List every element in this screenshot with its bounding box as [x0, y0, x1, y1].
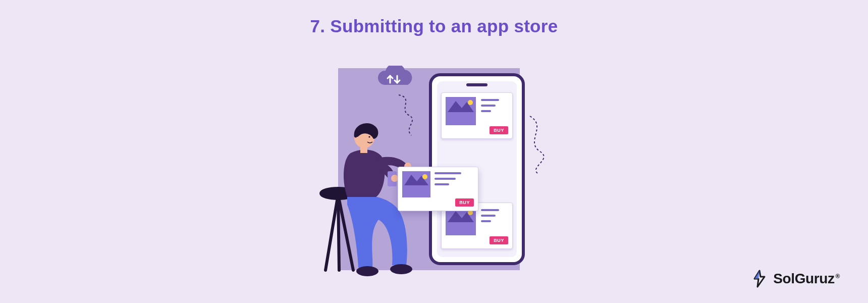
app-card-floating: BUY	[398, 167, 478, 211]
page-title: 7. Submitting to an app store	[310, 16, 558, 36]
svg-marker-1	[448, 101, 474, 112]
svg-point-13	[368, 136, 370, 137]
buy-badge: BUY	[490, 126, 508, 134]
cloud-upload-icon	[373, 66, 419, 96]
app-card: BUY	[441, 92, 513, 139]
image-placeholder-icon	[402, 171, 430, 197]
svg-point-6	[356, 266, 378, 276]
svg-marker-2	[448, 211, 474, 222]
svg-point-12	[356, 137, 360, 141]
illustration: BUY BUY BUY	[318, 53, 550, 280]
buy-badge: BUY	[455, 198, 474, 207]
image-placeholder-icon	[446, 207, 476, 235]
card-text-lines	[481, 209, 507, 226]
swirl-icon	[525, 114, 555, 174]
brand-mark-icon	[751, 270, 769, 288]
svg-marker-3	[404, 175, 428, 185]
buy-badge: BUY	[490, 236, 508, 244]
brand-logo: SolGuruz®	[751, 270, 840, 288]
svg-point-8	[391, 175, 398, 182]
image-placeholder-icon	[446, 97, 476, 125]
svg-point-5	[390, 264, 412, 274]
brand-name: SolGuruz®	[773, 271, 840, 287]
card-text-lines	[435, 172, 473, 189]
card-text-lines	[481, 99, 507, 116]
registered-mark: ®	[836, 273, 840, 280]
